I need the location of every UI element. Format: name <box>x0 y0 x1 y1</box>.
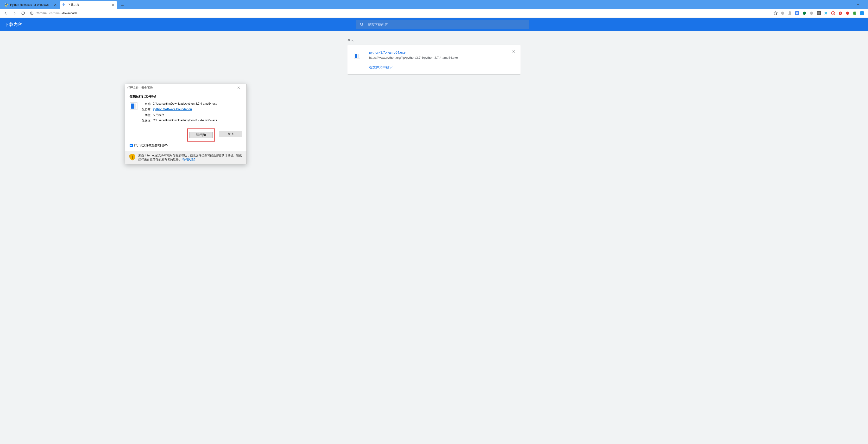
security-warning-dialog: 打开文件 - 安全警告 你想运行此文件吗? 名称:C:\Users\ittim\… <box>125 84 247 165</box>
publisher-link[interactable]: Python Software Foundation <box>153 108 192 111</box>
run-highlight-frame: 运行(R) <box>187 128 215 142</box>
tab-title: Python Releases for Windows <box>10 3 52 6</box>
cancel-button[interactable]: 取消 <box>219 131 242 137</box>
address-bar[interactable]: Chrome | chrome://downloads <box>28 10 771 17</box>
tab-title: 下载内容 <box>68 3 109 7</box>
dialog-titlebar[interactable]: 打开文件 - 安全警告 <box>125 84 246 91</box>
ext-icon-5[interactable] <box>809 11 814 16</box>
dialog-close-button[interactable] <box>237 86 245 89</box>
value-from: C:\Users\ittim\Downloads\python-3.7.4-am… <box>153 119 217 123</box>
value-name: C:\Users\ittim\Downloads\python-3.7.4-am… <box>153 102 217 106</box>
python-icon <box>4 3 8 7</box>
dialog-question: 你想运行此文件吗? <box>130 94 242 99</box>
search-icon <box>360 22 364 27</box>
url-path: downloads <box>62 11 77 15</box>
label-publisher: 发行商: <box>141 108 153 112</box>
forward-button[interactable] <box>10 9 18 17</box>
url-host: chrome:// <box>49 11 62 15</box>
shield-icon <box>129 153 136 161</box>
page-title: 下载内容 <box>5 22 22 27</box>
search-input[interactable] <box>368 23 526 27</box>
download-item: python-3.7.4-amd64.exe https://www.pytho… <box>347 45 521 75</box>
ext-icon-3[interactable]: G <box>795 11 799 16</box>
new-tab-button[interactable] <box>119 2 125 9</box>
reload-button[interactable] <box>19 9 27 17</box>
close-icon[interactable] <box>111 3 115 7</box>
svg-rect-8 <box>817 12 820 14</box>
tab-python-releases[interactable]: Python Releases for Windows <box>2 1 60 9</box>
label-from: 发送方: <box>141 119 153 123</box>
svg-text:G: G <box>796 12 798 15</box>
download-icon <box>62 3 66 7</box>
label-name: 名称: <box>141 102 153 106</box>
svg-rect-4 <box>31 13 32 14</box>
svg-rect-20 <box>132 155 133 158</box>
close-icon[interactable] <box>53 3 57 7</box>
minimize-button[interactable] <box>857 3 867 6</box>
ext-icon-11[interactable] <box>852 11 857 16</box>
download-filename-link[interactable]: python-3.7.4-amd64.exe <box>369 51 515 54</box>
dialog-title: 打开文件 - 安全警告 <box>127 86 237 90</box>
ext-icon-12[interactable] <box>860 11 864 16</box>
ext-icon-7[interactable] <box>824 11 828 16</box>
svg-point-13 <box>360 23 363 25</box>
ext-icon-2[interactable] <box>788 11 792 16</box>
svg-rect-21 <box>132 158 133 159</box>
ext-icon-10[interactable] <box>845 11 850 16</box>
ext-icon-6[interactable] <box>816 11 821 16</box>
svg-point-10 <box>833 13 834 14</box>
tab-downloads[interactable]: 下载内容 <box>60 1 117 9</box>
extensions-area: G <box>780 11 866 16</box>
value-type: 应用程序 <box>153 113 164 117</box>
always-ask-checkbox[interactable] <box>130 144 133 147</box>
browser-tabstrip: Python Releases for Windows 下载内容 <box>0 0 868 9</box>
dialog-footer-text: 来自 Internet 的文件可能对你有所帮助，但此文件类型可能危害你的计算机。… <box>138 153 243 162</box>
back-button[interactable] <box>2 9 10 17</box>
date-heading: 今天 <box>347 38 521 42</box>
label-type: 类型: <box>141 113 153 117</box>
app-icon <box>130 102 138 110</box>
always-ask-label: 打开此文件前总是询问(W) <box>134 143 167 148</box>
url-prefix: Chrome <box>36 11 46 15</box>
svg-rect-18 <box>131 103 134 109</box>
svg-point-3 <box>31 12 32 13</box>
ext-icon-9[interactable] <box>838 11 842 16</box>
bookmark-button[interactable] <box>772 9 779 17</box>
site-info-icon[interactable] <box>30 11 34 15</box>
file-icon <box>353 52 362 60</box>
browser-toolbar: Chrome | chrome://downloads G <box>0 9 868 18</box>
svg-rect-19 <box>134 103 136 109</box>
window-controls <box>857 0 867 9</box>
show-in-folder-link[interactable]: 在文件夹中显示 <box>369 65 515 69</box>
download-url: https://www.python.org/ftp/python/3.7.4/… <box>369 56 515 59</box>
ext-icon-8[interactable] <box>831 11 835 16</box>
svg-point-0 <box>5 3 6 4</box>
risk-link[interactable]: 有何风险? <box>182 158 195 161</box>
run-button[interactable]: 运行(R) <box>189 131 213 138</box>
downloads-header: 下载内容 <box>0 18 868 31</box>
svg-rect-12 <box>860 11 864 15</box>
ext-icon-4[interactable] <box>802 11 806 16</box>
remove-download-button[interactable] <box>512 49 516 54</box>
downloads-search[interactable] <box>356 20 529 29</box>
svg-rect-15 <box>355 54 357 58</box>
ext-icon-1[interactable] <box>780 11 785 16</box>
svg-point-1 <box>7 6 7 6</box>
svg-rect-16 <box>358 54 359 58</box>
